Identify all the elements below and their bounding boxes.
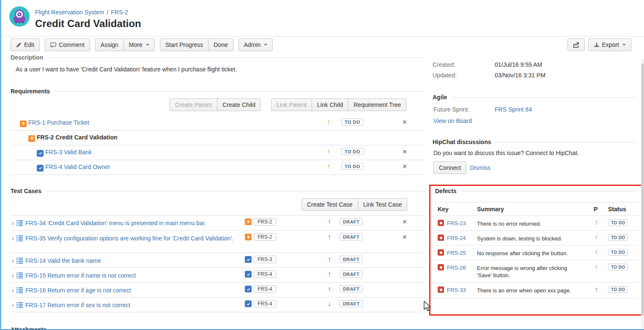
breadcrumb-issue-link[interactable]: FRS-2 <box>111 9 128 16</box>
test-case-link[interactable]: FRS-15 Return error if name is not corre… <box>25 272 136 279</box>
hipchat-dismiss-link[interactable]: Dismiss <box>470 164 491 171</box>
requirement-key-chip[interactable]: FRS-3 <box>254 256 276 263</box>
defect-key-link[interactable]: FRS-23 <box>447 220 466 226</box>
task-check-icon <box>245 271 252 278</box>
project-avatar <box>9 6 30 27</box>
test-case-link[interactable]: FRS-17 Return error if sex is not correc… <box>25 302 130 308</box>
column-header-key: Key <box>438 206 449 213</box>
task-check-icon <box>245 300 252 307</box>
bug-icon <box>438 249 444 256</box>
comment-button[interactable]: Comment <box>45 38 90 51</box>
start-progress-label: Start Progress <box>165 41 203 48</box>
toolbar: Edit Comment Assign More Start Progress … <box>1 36 644 52</box>
requirement-key-chip[interactable]: FRS-2 <box>254 218 276 226</box>
remove-link-button[interactable] <box>402 148 407 155</box>
remove-link-button[interactable] <box>402 234 407 240</box>
requirement-key-chip[interactable]: FRS-4 <box>254 285 276 293</box>
breadcrumb-project-link[interactable]: Flight Reservation System <box>35 9 104 16</box>
requirement-row: FRS-4 Valid Card Owner TO DO <box>11 160 425 175</box>
test-case-buttons-group: Create Test Case Link Test Case <box>301 198 407 211</box>
requirement-link[interactable]: FRS-3 Valid Bank <box>45 149 92 155</box>
test-case-link[interactable]: FRS-14 Valid the bank name <box>25 257 101 264</box>
assign-button-label: Assign <box>101 41 118 48</box>
requirement-link[interactable]: FRS-1 Purchase Ticket <box>28 119 89 126</box>
defect-key-link[interactable]: FRS-26 <box>447 265 466 271</box>
requirement-key-chip[interactable]: FRS-4 <box>254 270 276 278</box>
test-case-link[interactable]: FRS-34 'Credit Card Validation' menu is … <box>25 220 206 226</box>
story-lightbulb-icon <box>28 135 35 142</box>
column-header-priority: P <box>594 206 597 213</box>
create-test-case-button[interactable]: Create Test Case <box>301 198 358 211</box>
remove-link-button[interactable] <box>402 163 407 170</box>
link-parent-button[interactable]: Link Parent <box>271 98 312 111</box>
covered-requirement: FRS-4 <box>245 270 276 278</box>
assign-button[interactable]: Assign <box>95 38 124 51</box>
expand-chevron-icon[interactable] <box>12 219 14 226</box>
jira-issue-page: Flight Reservation System/FRS-2 Credit C… <box>0 0 644 330</box>
test-case-row: FRS-17 Return error if sex is not correc… <box>11 297 425 312</box>
defect-row: FRS-26 Error message is wrong after clic… <box>434 260 638 283</box>
requirement-key-chip[interactable]: FRS-4 <box>254 300 276 308</box>
test-cases-table: FRS-34 'Credit Card Validation' menu is … <box>11 215 425 312</box>
vertical-scrollbar-thumb[interactable] <box>641 63 644 316</box>
story-lightbulb-icon <box>245 218 252 225</box>
expand-chevron-icon[interactable] <box>12 235 14 242</box>
defect-summary: No response after clicking the button. <box>477 250 581 257</box>
requirements-heading: Requirements <box>11 88 425 95</box>
covered-requirement: FRS-3 <box>245 256 276 263</box>
story-lightbulb-icon <box>245 234 252 240</box>
covered-requirement: FRS-4 <box>245 300 276 308</box>
bug-icon <box>438 220 444 226</box>
expand-chevron-icon[interactable] <box>12 286 14 294</box>
defect-key-link[interactable]: FRS-24 <box>447 235 466 241</box>
requirement-row: FRS-3 Valid Bank TO DO <box>11 145 425 160</box>
link-test-case-button[interactable]: Link Test Case <box>358 198 408 211</box>
defect-row: FRS-23 There is no error returned. TO DO <box>434 216 638 231</box>
status-badge: TO DO <box>341 163 364 170</box>
priority-up-icon <box>327 148 330 155</box>
test-case-row: FRS-34 'Credit Card Validation' menu is … <box>11 215 425 231</box>
remove-link-button[interactable] <box>402 218 407 225</box>
export-dropdown-button[interactable]: Export <box>588 38 631 51</box>
column-header-status: Status <box>608 206 626 213</box>
requirement-tree-button[interactable]: Requirement Tree <box>348 98 406 111</box>
hipchat-connect-button[interactable]: Connect <box>433 161 466 174</box>
future-sprint-label: Future Sprint: <box>433 106 495 113</box>
link-child-button[interactable]: Link Child <box>312 98 348 111</box>
task-check-icon <box>37 165 44 172</box>
expand-chevron-icon[interactable] <box>12 301 14 308</box>
expand-chevron-icon[interactable] <box>12 257 14 264</box>
link-parent-label: Link Parent <box>277 101 307 108</box>
requirement-link[interactable]: FRS-4 Valid Card Owner <box>45 164 110 170</box>
share-button[interactable] <box>567 38 585 51</box>
toolbar-left: Edit Comment Assign More Start Progress … <box>11 38 273 51</box>
future-sprint-link[interactable]: FRS Sprint 84 <box>495 106 532 113</box>
priority-up-icon <box>327 163 330 170</box>
admin-dropdown-button[interactable]: Admin <box>238 38 273 51</box>
test-case-link[interactable]: FRS-35 Verify configuration options are … <box>25 235 233 242</box>
expand-chevron-icon[interactable] <box>12 272 14 279</box>
status-badge: DRAFT <box>340 285 363 292</box>
remove-link-button[interactable] <box>402 119 407 125</box>
task-check-icon <box>37 150 44 157</box>
chevron-down-icon <box>264 44 267 46</box>
link-child-label: Link Child <box>317 101 343 108</box>
defect-key-link[interactable]: FRS-25 <box>447 250 466 256</box>
view-on-board-link[interactable]: View on Board <box>433 117 472 124</box>
create-parent-button[interactable]: Create Parent <box>170 98 217 111</box>
start-progress-button[interactable]: Start Progress <box>160 38 208 51</box>
test-case-text: FRS-17 Return error if sex is not correc… <box>11 297 246 309</box>
assign-more-group: Assign More <box>95 38 155 51</box>
defects-table: Key Summary P Status FRS-23 There is no … <box>434 202 638 298</box>
defect-key-link[interactable]: FRS-33 <box>447 287 466 293</box>
test-case-link[interactable]: FRS-16 Return error if age is not correc… <box>25 287 131 294</box>
created-field: Created:01/Jul/16 9:55 AM <box>433 61 542 68</box>
requirement-key-chip[interactable]: FRS-2 <box>254 233 276 241</box>
workflow-group: Start Progress Done <box>160 38 233 51</box>
done-button[interactable]: Done <box>208 38 233 51</box>
covered-requirement: FRS-2 <box>245 218 276 226</box>
edit-button[interactable]: Edit <box>11 38 40 51</box>
create-child-button[interactable]: Create Child <box>217 98 261 111</box>
priority-down-icon <box>328 300 331 307</box>
more-dropdown-button[interactable]: More <box>123 38 155 51</box>
